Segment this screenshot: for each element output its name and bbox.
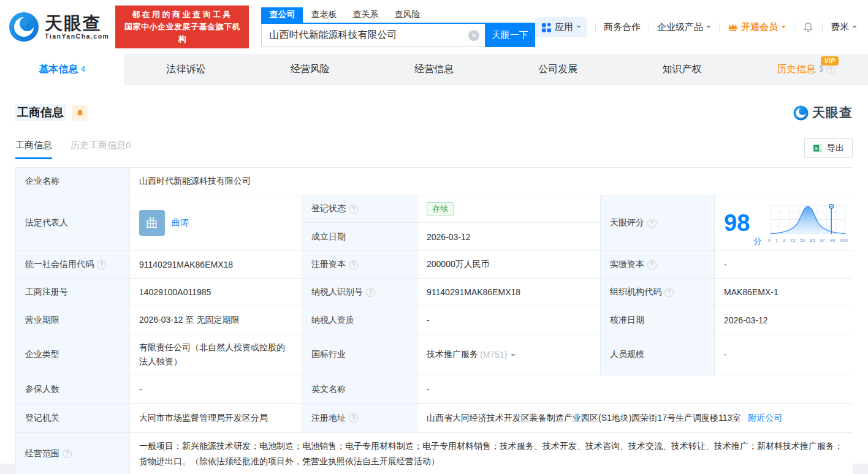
legal-rep-avatar[interactable]: 曲 bbox=[139, 210, 165, 236]
promo-line2: 国家中小企业发展子基金旗下机构 bbox=[121, 21, 243, 45]
search-tab-relation[interactable]: 查关系 bbox=[345, 7, 386, 23]
help-icon[interactable] bbox=[647, 260, 657, 269]
credit-code-label: 统一社会信用代码 bbox=[16, 251, 129, 278]
company-type-value: 有限责任公司（非自然人投资或控股的法人独资） bbox=[130, 334, 302, 375]
chevron-down-icon bbox=[576, 26, 581, 31]
main-content: 工商信息 天眼查 工商信息 历史工商信息0 bbox=[0, 85, 868, 464]
help-icon[interactable] bbox=[63, 449, 72, 458]
business-scope-value: 一般项目：新兴能源技术研发；电池制造；电池销售；电子专用材料制造；电子专用材料销… bbox=[130, 433, 853, 474]
nav-open-vip[interactable]: 开通会员 bbox=[728, 21, 786, 33]
subtab-history-business-info[interactable]: 历史工商信息0 bbox=[70, 140, 131, 159]
tianyancha-logo-icon bbox=[9, 12, 39, 42]
company-type-label: 企业类型 bbox=[16, 334, 129, 375]
search-input[interactable] bbox=[262, 24, 485, 47]
english-name-label: 英文名称 bbox=[302, 375, 417, 403]
legal-rep-label: 法定代表人 bbox=[16, 195, 129, 250]
subtab-business-info[interactable]: 工商信息 bbox=[15, 140, 52, 159]
notifications-button[interactable] bbox=[802, 21, 814, 33]
tab-label: 经营风险 bbox=[291, 63, 330, 76]
reg-number-label: 工商注册号 bbox=[16, 279, 129, 306]
vip-label: 开通会员 bbox=[741, 21, 778, 33]
help-icon[interactable] bbox=[647, 219, 657, 228]
apps-menu[interactable]: 应用 bbox=[535, 17, 587, 37]
help-icon[interactable] bbox=[349, 205, 358, 214]
nav-business-cooperation[interactable]: 商务合作 bbox=[604, 21, 641, 33]
nav-enterprise-products[interactable]: 企业级产品 bbox=[657, 21, 711, 33]
industry-value[interactable]: 技术推广服务 (M751) bbox=[417, 334, 600, 375]
help-icon[interactable] bbox=[664, 288, 674, 297]
divider bbox=[794, 23, 794, 32]
industry-label: 国标行业 bbox=[302, 334, 417, 375]
apps-grid-icon bbox=[541, 22, 552, 32]
chevron-down-icon bbox=[706, 26, 711, 31]
help-icon[interactable] bbox=[97, 260, 106, 269]
address-label: 注册地址 bbox=[302, 404, 417, 432]
user-menu[interactable]: 费米 bbox=[831, 21, 857, 33]
search-module: 查公司 查老板 查关系 查风险 ✕ 天眼一下 bbox=[261, 7, 535, 47]
score-distribution-chart: 01 315 5085 9799 100 bbox=[768, 203, 849, 243]
company-name-value: 山西时代新能源科技有限公司 bbox=[130, 168, 853, 195]
search-tab-boss[interactable]: 查老板 bbox=[303, 7, 345, 23]
legal-rep-value: 曲 曲涛 bbox=[130, 195, 302, 250]
tianyancha-logo[interactable]: 天眼查 TianYanCha.com bbox=[9, 12, 109, 42]
business-scope-label: 经营范围 bbox=[16, 433, 129, 474]
taxpayer-quality-value: - bbox=[417, 306, 600, 334]
divider bbox=[719, 23, 720, 32]
taxpayer-quality-label: 纳税人资质 bbox=[302, 306, 417, 334]
score-number: 98 bbox=[724, 211, 750, 235]
search-button[interactable]: 天眼一下 bbox=[485, 24, 535, 47]
business-term-label: 营业期限 bbox=[16, 306, 129, 334]
tab-label: 历史信息 bbox=[777, 63, 816, 76]
tab-basic-info[interactable]: 基本信息 4 bbox=[0, 54, 124, 85]
reg-number-value: 14029100A011985 bbox=[130, 279, 302, 306]
search-tab-risk[interactable]: 查风险 bbox=[386, 7, 428, 23]
business-term-value: 2026-03-12 至 无固定期限 bbox=[130, 306, 302, 334]
score-label: 天眼评分 bbox=[601, 195, 714, 250]
subtab-label: 历史工商信息 bbox=[70, 140, 126, 150]
reg-status-label: 登记状态 bbox=[302, 195, 417, 222]
nearby-companies-link[interactable]: 附近公司 bbox=[748, 413, 782, 424]
search-input-wrap: ✕ bbox=[261, 24, 485, 47]
tab-legal-litigation[interactable]: 法律诉讼 bbox=[124, 54, 248, 85]
help-icon[interactable] bbox=[349, 260, 358, 269]
divider bbox=[595, 23, 596, 32]
tab-intellectual-property[interactable]: 知识产权 bbox=[620, 54, 744, 85]
subtab-count: 0 bbox=[126, 140, 131, 150]
tab-label: 公司发展 bbox=[538, 63, 577, 76]
tab-operation-risk[interactable]: 经营风险 bbox=[248, 54, 372, 85]
tab-operation-info[interactable]: 经营信息 bbox=[372, 54, 496, 85]
paid-capital-label: 实缴资本 bbox=[601, 251, 714, 278]
tab-company-development[interactable]: 公司发展 bbox=[496, 54, 620, 85]
promo-line1: 都在用的商业查询工具 bbox=[121, 9, 243, 21]
brand-name: 天眼查 bbox=[45, 14, 109, 32]
chevron-down-icon[interactable] bbox=[511, 354, 516, 359]
reg-capital-value: 200000万人民币 bbox=[417, 251, 600, 278]
bell-icon bbox=[75, 108, 85, 118]
help-icon[interactable] bbox=[366, 288, 375, 297]
approval-date-label: 核准日期 bbox=[601, 306, 714, 334]
org-code-label: 组织机构代码 bbox=[601, 279, 714, 306]
help-icon[interactable] bbox=[349, 413, 358, 423]
tab-count: 3 bbox=[819, 65, 823, 73]
help-icon[interactable] bbox=[826, 65, 836, 74]
export-button[interactable]: X 导出 bbox=[804, 138, 853, 158]
page-header: 天眼查 TianYanCha.com 都在用的商业查询工具 国家中小企业发展子基… bbox=[0, 0, 868, 54]
clear-search-icon[interactable]: ✕ bbox=[468, 30, 479, 41]
staff-size-value: - bbox=[715, 334, 853, 375]
credit-code-value: 91140291MAK86EMX18 bbox=[130, 251, 302, 278]
legal-rep-link[interactable]: 曲涛 bbox=[172, 217, 189, 228]
insured-value: - bbox=[130, 375, 302, 403]
brand-domain: TianYanCha.com bbox=[45, 32, 109, 40]
search-tab-company[interactable]: 查公司 bbox=[261, 7, 303, 23]
excel-icon: X bbox=[813, 143, 823, 153]
subscribe-button[interactable] bbox=[72, 105, 88, 121]
reg-authority-label: 登记机关 bbox=[16, 404, 129, 432]
username: 费米 bbox=[831, 21, 849, 33]
tab-history-info[interactable]: 历史信息 3 VIP bbox=[744, 54, 868, 85]
address-value: 山西省大同经济技术开发区装备制造产业园区(S1地块)园荣街17号生产调度楼113… bbox=[417, 404, 853, 432]
establish-date-label: 成立日期 bbox=[302, 223, 417, 250]
chevron-down-icon bbox=[781, 26, 786, 31]
tianyancha-watermark: 天眼查 bbox=[793, 104, 853, 121]
paid-capital-value: - bbox=[715, 251, 853, 278]
approval-date-value: 2026-03-12 bbox=[715, 306, 853, 334]
